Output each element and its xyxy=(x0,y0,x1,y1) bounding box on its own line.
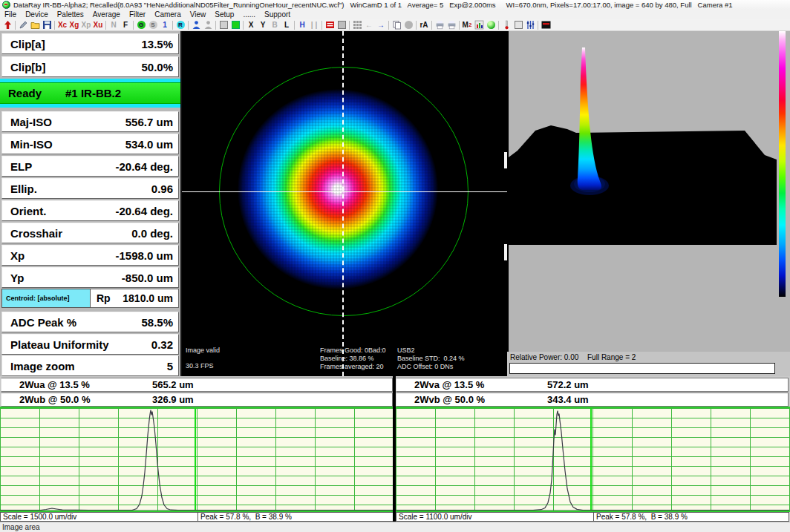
menu-item-view[interactable]: View xyxy=(186,10,211,19)
menu-item-file[interactable]: File xyxy=(0,10,21,19)
go-button[interactable]: G xyxy=(135,20,147,30)
profile-v-row-b[interactable]: 2Wvb @ 50.0 % 343.4 um xyxy=(396,393,789,407)
result-value: 534.0 um xyxy=(125,138,173,151)
profile-u-row-b[interactable]: 2Wub @ 50.0 % 326.9 um xyxy=(1,393,393,407)
profile-value: 565.2 um xyxy=(152,379,194,390)
result-centroid[interactable]: Centroid: [absolute] Rp 1810.0 um xyxy=(1,289,179,308)
menu-item-palettes[interactable]: Palettes xyxy=(53,10,88,19)
result-value: 556.7 um xyxy=(125,116,173,128)
baseline-std-text: Baseline STD: 0.24 % xyxy=(397,355,465,362)
histogram-button[interactable]: H xyxy=(296,20,308,30)
palette-black-icon[interactable] xyxy=(540,20,552,30)
centroid-mode-cell[interactable]: Centroid: [absolute] xyxy=(1,289,91,308)
print-setup-icon[interactable] xyxy=(445,20,457,30)
result-clip-b[interactable]: Clip[b] 50.0% xyxy=(1,56,179,77)
user-blue-icon[interactable] xyxy=(190,20,202,30)
menu-item-device[interactable]: Device xyxy=(21,10,53,19)
m2-button[interactable]: M2 xyxy=(461,20,473,30)
toolbar-separator xyxy=(538,21,538,30)
result-orientation[interactable]: Orient. -20.64 deg. xyxy=(1,200,179,221)
result-value: 13.5% xyxy=(141,38,173,50)
profile-v-row-a[interactable]: 2Wva @ 13.5 % 572.2 um xyxy=(396,378,789,392)
windows-icon[interactable] xyxy=(512,20,524,30)
far-field-button[interactable]: F xyxy=(120,20,131,30)
result-ellipticity[interactable]: Ellip. 0.96 xyxy=(1,178,179,199)
copy-icon[interactable] xyxy=(391,20,402,30)
result-min-iso[interactable]: Min-ISO 534.0 um xyxy=(1,134,179,154)
thermometer-icon[interactable] xyxy=(500,20,512,30)
stop-record-button[interactable] xyxy=(336,20,347,30)
record-icon[interactable] xyxy=(324,20,336,30)
menu-item-camera[interactable]: Camera xyxy=(150,10,186,19)
menu-item-setup[interactable]: Setup xyxy=(210,10,238,19)
adc-offset-text: ADC Offset: 0 DNs xyxy=(397,363,453,370)
cursors-button[interactable]: | | xyxy=(308,20,320,30)
result-label: Maj-ISO xyxy=(10,116,52,128)
grid-icon[interactable] xyxy=(351,20,363,30)
reset-button[interactable]: R xyxy=(174,20,186,30)
status-state: Ready xyxy=(8,87,42,99)
near-field-button[interactable]: N xyxy=(108,20,120,30)
result-image-zoom[interactable]: Image zoom 5 xyxy=(1,355,179,376)
print-icon[interactable] xyxy=(434,20,445,30)
save-icon[interactable] xyxy=(41,20,53,30)
toolbar-separator xyxy=(388,21,389,30)
single-frame-button[interactable]: 1 xyxy=(159,20,171,30)
image-state-text: Image valid xyxy=(186,347,220,354)
xc-button[interactable]: Xc xyxy=(56,20,68,30)
result-elp[interactable]: ELP -20.64 deg. xyxy=(1,156,179,177)
result-adc-peak[interactable]: ADC Peak % 58.5% xyxy=(1,312,179,332)
toolbar-separator xyxy=(431,21,432,30)
menu-item-dots[interactable]: ...... xyxy=(238,10,260,19)
x-profile-button[interactable]: X xyxy=(245,20,257,30)
status-banner[interactable]: Ready #1 IR-BB.2 xyxy=(0,79,180,108)
menu-item-support[interactable]: Support xyxy=(260,10,295,19)
result-maj-iso[interactable]: Maj-ISO 556.7 um xyxy=(1,111,179,132)
toolbar-separator xyxy=(459,21,460,30)
snap-arrow-icon[interactable] xyxy=(1,20,13,30)
green-swatch-button[interactable] xyxy=(229,20,241,30)
beam-2d-view[interactable]: Image valid 30.3 FPS Frames Good: 0Bad:0… xyxy=(182,31,507,376)
y-profile-button[interactable]: Y xyxy=(257,20,269,30)
titlebar[interactable]: DataRay IR-BB-Alpha2; Recalled(8.0A93 "H… xyxy=(0,0,790,10)
xg-button[interactable]: Xg xyxy=(68,20,80,30)
gray-swatch-button[interactable] xyxy=(218,20,229,30)
status-banner-stripe xyxy=(0,104,180,108)
fps-text: 30.3 FPS xyxy=(186,362,214,370)
result-value: 58.5% xyxy=(141,316,173,329)
profile-value: 572.2 um xyxy=(547,379,589,390)
result-label: Yp xyxy=(10,272,24,284)
toolbar-separator xyxy=(294,21,295,30)
result-clip-a[interactable]: Clip[a] 13.5% xyxy=(1,33,179,54)
next-frame-button[interactable]: → xyxy=(375,20,387,30)
menu-item-filter[interactable]: Filter xyxy=(125,10,150,19)
pen-icon[interactable] xyxy=(17,20,29,30)
prev-frame-button[interactable]: ← xyxy=(363,20,375,30)
xp-button[interactable]: Xp xyxy=(80,20,92,30)
result-label: Clip[a] xyxy=(10,38,45,50)
l-profile-button[interactable]: L xyxy=(281,20,293,30)
result-crosshair[interactable]: Crosshair 0.0 deg. xyxy=(1,223,179,243)
profile-u-graph[interactable] xyxy=(0,407,394,512)
profile-u-row-a[interactable]: 2Wua @ 13.5 % 565.2 um xyxy=(1,378,393,392)
beam-3d-view[interactable] xyxy=(507,31,790,352)
profile-v-graph[interactable] xyxy=(396,407,790,512)
ra-button[interactable]: rA xyxy=(418,20,430,30)
stop-button[interactable]: S xyxy=(147,20,159,30)
result-plateau-uniformity[interactable]: Plateau Uniformity 0.32 xyxy=(1,334,179,355)
result-xp[interactable]: Xp -1598.0 um xyxy=(1,245,179,266)
sliders-icon[interactable] xyxy=(524,20,536,30)
result-label: Ellip. xyxy=(10,183,37,195)
scale-u-text: Scale = 1500.0 um/div xyxy=(0,512,198,522)
pause-circle-button[interactable] xyxy=(402,20,414,30)
menu-item-average[interactable]: Average xyxy=(88,10,125,19)
chart-icon[interactable] xyxy=(473,20,485,30)
open-file-icon[interactable] xyxy=(29,20,41,30)
xu-button[interactable]: Xu xyxy=(92,20,104,30)
crosshair-horizontal-line[interactable] xyxy=(182,191,507,192)
user-gray-icon[interactable] xyxy=(202,20,214,30)
sphere-3d-icon[interactable] xyxy=(485,20,497,30)
b-profile-button[interactable]: B xyxy=(269,20,281,30)
crosshair-vertical-line[interactable] xyxy=(342,31,344,376)
result-yp[interactable]: Yp -850.0 um xyxy=(1,267,179,288)
